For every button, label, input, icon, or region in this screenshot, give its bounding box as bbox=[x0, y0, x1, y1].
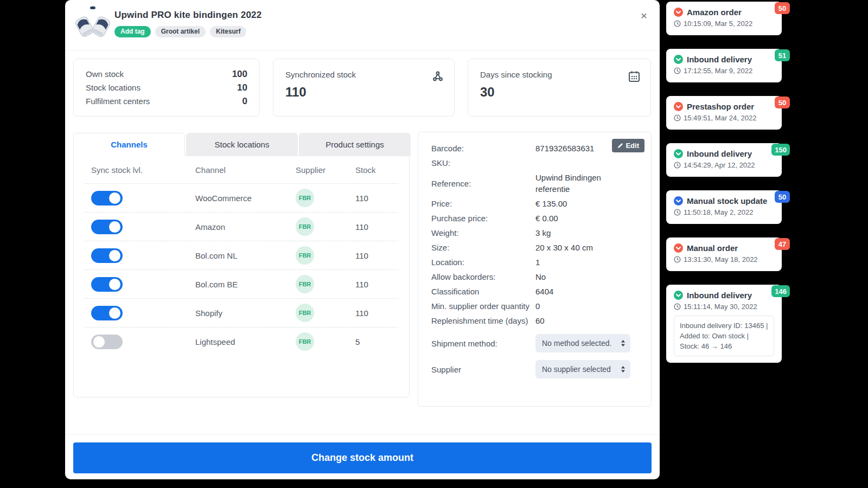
updown-arrows-icon bbox=[621, 365, 626, 373]
notification-card[interactable]: 50 Manual stock update 11:50:18, May 2, … bbox=[666, 190, 782, 224]
field-label: Purchase price: bbox=[431, 213, 535, 224]
notification-title: Inbound delivery bbox=[687, 149, 752, 158]
notification-badge: 146 bbox=[771, 285, 790, 297]
supplier-value: No supplier selected bbox=[542, 365, 611, 374]
channel-stock: 110 bbox=[349, 251, 398, 260]
clock-icon bbox=[674, 209, 681, 216]
field-value: 3 kg bbox=[535, 227, 633, 239]
field-label: Replenishment time (days) bbox=[431, 315, 535, 326]
table-row: Shopify FBR 110 bbox=[85, 298, 398, 327]
notification-time: 11:50:18, May 2, 2022 bbox=[684, 208, 753, 216]
modal-footer: Change stock amount bbox=[65, 434, 660, 479]
sync-toggle-bolcom-nl[interactable] bbox=[91, 248, 123, 263]
sync-toggle-bolcom-be[interactable] bbox=[91, 277, 123, 292]
tag-groot-artikel[interactable]: Groot artikel bbox=[155, 26, 206, 37]
channel-stock: 110 bbox=[349, 280, 398, 289]
field-label: SKU: bbox=[431, 157, 535, 169]
field-label: Barcode: bbox=[431, 143, 535, 154]
notification-card[interactable]: 47 Manual order 13:31:30, May 18, 2022 bbox=[666, 237, 782, 271]
notification-time: 13:31:30, May 18, 2022 bbox=[684, 255, 758, 264]
supplier-badge: FBR bbox=[296, 275, 314, 293]
sync-toggle-amazon[interactable] bbox=[91, 220, 123, 234]
field-value: 0 bbox=[535, 300, 633, 312]
clock-icon bbox=[674, 303, 681, 310]
modal-header: Upwind PRO kite bindingen 2022 Add tag G… bbox=[65, 0, 660, 51]
chevron-down-circle-icon bbox=[674, 102, 683, 111]
supplier-badge: FBR bbox=[296, 189, 314, 207]
stock-locations-label: Stock locations bbox=[86, 83, 141, 92]
notification-title: Prestashop order bbox=[687, 102, 754, 111]
col-channel: Channel bbox=[189, 165, 289, 175]
notification-badge: 51 bbox=[775, 49, 790, 61]
sync-toggle-lightspeed[interactable] bbox=[91, 335, 123, 349]
table-row: Amazon FBR 110 bbox=[85, 212, 398, 241]
channel-name: Bol.com BE bbox=[189, 280, 289, 289]
channels-panel: Sync stock lvl. Channel Supplier Stock W… bbox=[73, 156, 410, 397]
field-value: € 135.00 bbox=[535, 198, 633, 209]
field-label: Price: bbox=[431, 198, 535, 209]
notification-card[interactable]: 51 Inbound delivery 17:12:55, Mar 9, 202… bbox=[666, 49, 782, 82]
notification-time: 17:12:55, Mar 9, 2022 bbox=[684, 67, 752, 75]
field-label: Classification bbox=[431, 286, 535, 297]
notification-detail: Inbound delivery ID: 13465 | Added to: O… bbox=[674, 316, 774, 356]
sync-toggle-shopify[interactable] bbox=[91, 306, 123, 320]
notification-time: 15:11:14, May 30, 2022 bbox=[684, 303, 757, 311]
own-stock-card: Own stock 100 Stock locations 10 Fulfilm… bbox=[73, 59, 260, 117]
notification-card[interactable]: 146 Inbound delivery 15:11:14, May 30, 2… bbox=[666, 285, 782, 363]
channel-stock: 5 bbox=[349, 337, 398, 346]
shipment-method-value: No method selected. bbox=[542, 339, 611, 348]
tab-channels[interactable]: Channels bbox=[73, 133, 185, 156]
add-tag-button[interactable]: Add tag bbox=[114, 26, 151, 37]
notification-title: Inbound delivery bbox=[687, 291, 752, 300]
notification-card[interactable]: 150 Inbound delivery 14:54:29, Apr 12, 2… bbox=[666, 143, 782, 177]
channels-table-header: Sync stock lvl. Channel Supplier Stock bbox=[85, 156, 398, 183]
table-row: Bol.com NL FBR 110 bbox=[85, 241, 398, 269]
supplier-badge: FBR bbox=[296, 217, 314, 236]
notification-title: Amazon order bbox=[687, 8, 742, 17]
chevron-down-circle-icon bbox=[674, 291, 683, 300]
field-value: Upwind Bindingen referentie bbox=[535, 172, 633, 195]
tag-row: Add tag Groot artikel Kitesurf bbox=[114, 26, 261, 37]
change-stock-amount-button[interactable]: Change stock amount bbox=[73, 442, 652, 473]
notification-badge: 50 bbox=[775, 97, 790, 108]
channel-stock: 110 bbox=[349, 194, 398, 203]
stats-row: Own stock 100 Stock locations 10 Fulfilm… bbox=[65, 59, 660, 117]
product-modal: Upwind PRO kite bindingen 2022 Add tag G… bbox=[65, 0, 660, 479]
notification-time: 15:49:51, Mar 24, 2022 bbox=[684, 114, 756, 122]
notification-badge: 50 bbox=[775, 2, 790, 14]
tag-kitesurf[interactable]: Kitesurf bbox=[210, 26, 246, 37]
close-icon[interactable]: × bbox=[637, 9, 651, 23]
stock-locations-value: 10 bbox=[237, 82, 247, 93]
field-value: 6404 bbox=[535, 286, 633, 297]
shipment-method-select[interactable]: No method selected. bbox=[535, 334, 630, 352]
sync-toggle-woocommerce[interactable] bbox=[91, 191, 123, 206]
field-label: Allow backorders: bbox=[431, 271, 535, 282]
tab-stock-locations[interactable]: Stock locations bbox=[186, 133, 298, 156]
clock-icon bbox=[674, 162, 681, 169]
supplier-select[interactable]: No supplier selected bbox=[535, 360, 630, 378]
share-nodes-icon bbox=[431, 70, 444, 83]
fulfilment-centers-label: Fulfilment centers bbox=[86, 97, 150, 106]
field-label: Reference: bbox=[431, 178, 535, 189]
notification-badge: 50 bbox=[775, 191, 790, 203]
chevron-down-circle-icon bbox=[674, 149, 683, 158]
edit-button[interactable]: Edit bbox=[612, 139, 644, 152]
notification-title: Manual order bbox=[687, 243, 738, 253]
tabbar: Channels Stock locations Product setting… bbox=[73, 133, 411, 156]
table-row: WooCommerce FBR 110 bbox=[85, 183, 398, 212]
calendar-icon bbox=[628, 70, 641, 83]
product-image bbox=[75, 5, 111, 43]
clock-icon bbox=[674, 67, 681, 74]
channel-stock: 110 bbox=[349, 309, 398, 318]
notification-card[interactable]: 50 Prestashop order 15:49:51, Mar 24, 20… bbox=[666, 96, 782, 130]
tab-product-settings[interactable]: Product settings bbox=[299, 133, 411, 156]
own-stock-value: 100 bbox=[232, 69, 247, 80]
synchronized-stock-card: Synchronized stock 110 bbox=[273, 59, 455, 117]
synchronized-stock-label: Synchronized stock bbox=[285, 70, 442, 79]
clock-icon bbox=[674, 114, 681, 121]
chevron-down-circle-icon bbox=[674, 196, 683, 206]
notification-card[interactable]: 50 Amazon order 10:15:09, Mar 5, 2022 bbox=[666, 2, 782, 35]
field-value: € 0.00 bbox=[535, 213, 633, 224]
own-stock-label: Own stock bbox=[86, 69, 124, 79]
notification-badge: 47 bbox=[775, 238, 790, 250]
